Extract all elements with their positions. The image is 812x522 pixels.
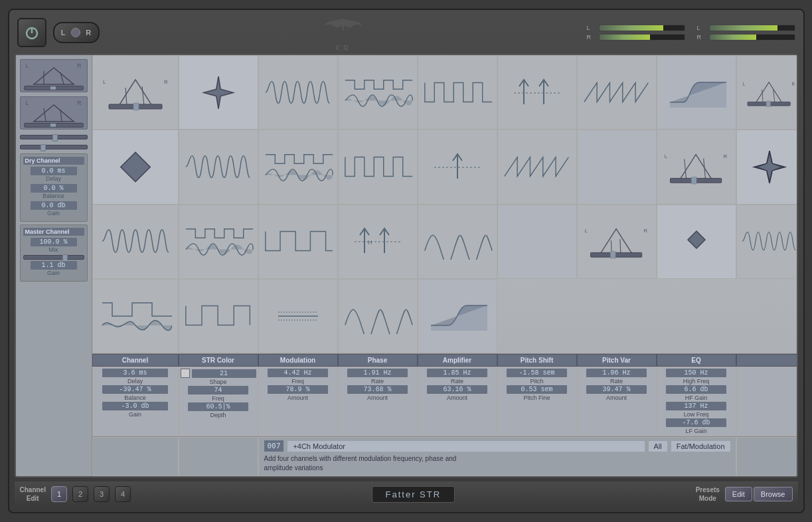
param-empty xyxy=(736,367,798,436)
mod-amount-label: Amount xyxy=(287,394,308,401)
grid-phase-r2 xyxy=(258,130,338,204)
eq-lfgain-label: LF Gain xyxy=(685,428,706,434)
pitchvar-amount[interactable]: 39.47 % xyxy=(586,385,647,394)
bottom-bar: Channel Edit 1 2 3 4 Fatter STR Presets … xyxy=(15,481,798,507)
str-checkbox[interactable] xyxy=(181,369,190,378)
grid-pitchshift-r2 xyxy=(418,130,497,204)
param-modulation: 4.42 Hz Freq 78.9 % Amount xyxy=(258,367,338,436)
col-header-modulation: Modulation xyxy=(258,354,338,367)
grid-eq-r2 xyxy=(577,130,657,204)
str-depth[interactable]: 60.5|% xyxy=(188,402,248,411)
balance-value[interactable]: 0.0 % xyxy=(31,184,77,193)
phase-amount[interactable]: 73.68 % xyxy=(347,385,408,394)
meter-l2-fill xyxy=(710,25,777,31)
mix-value[interactable]: 100.0 % xyxy=(31,238,77,246)
delay-row: 0.0 ms Delay xyxy=(23,167,84,182)
meter-l-fill xyxy=(600,25,663,31)
grid-eq-r3 xyxy=(497,205,577,279)
channel-btn-2[interactable]: 2 xyxy=(72,486,88,502)
pitchvar-rate[interactable]: 1.06 Hz xyxy=(586,369,647,377)
grid-pitchvar-r3 xyxy=(418,205,497,279)
col-header-strcolor: STR Color xyxy=(179,354,258,367)
phase-amount-label: Amount xyxy=(367,394,388,401)
grid-phase-r4 xyxy=(92,279,179,353)
mod-freq-label: Freq xyxy=(291,378,304,385)
channel-btn-4[interactable]: 4 xyxy=(115,486,131,502)
param-pitchvar: 1.06 Hz Rate 39.47 % Amount xyxy=(577,367,657,436)
channel-gain-label: Gain xyxy=(129,411,141,418)
eq-highfreq-label: High Freq xyxy=(683,378,710,385)
pitch-fine[interactable]: 0.53 sem xyxy=(507,385,567,394)
grid-mod-r2 xyxy=(179,130,258,204)
amp-rate[interactable]: 1.85 Hz xyxy=(427,369,487,377)
grid-pitchvar-r2 xyxy=(497,130,577,204)
edit-button[interactable]: Edit xyxy=(725,487,752,501)
preset-description: Add four channels with different modulat… xyxy=(264,454,730,473)
eq-highfreq[interactable]: 150 Hz xyxy=(666,369,726,377)
channel-btn-1[interactable]: 1 xyxy=(51,486,67,502)
str-freq[interactable]: 74 xyxy=(188,386,248,394)
eq-hfgain[interactable]: 6.6 db xyxy=(666,385,726,394)
gain-value[interactable]: 0.0 db xyxy=(31,201,77,210)
grid-pitchvar-r4 xyxy=(338,279,418,353)
r-label: R xyxy=(86,29,91,37)
svg-rect-14 xyxy=(133,103,139,110)
phase-rate[interactable]: 1.91 Hz xyxy=(347,369,408,377)
col-header-phase: Phase xyxy=(338,354,418,367)
grid-eq-r1 xyxy=(657,55,736,130)
meter-r2-bar xyxy=(709,34,795,41)
grid-pitchshift-r4 xyxy=(258,279,338,353)
balance-row: 0.0 % Balance xyxy=(23,184,84,199)
str-shape[interactable]: 21 xyxy=(192,369,256,378)
channel-delay[interactable]: 3.6 ms xyxy=(102,369,168,377)
grid-pitchshift-r1 xyxy=(497,55,577,130)
browse-button[interactable]: Browse xyxy=(754,487,793,501)
mix-row: 100.0 % Mix xyxy=(23,238,84,253)
channel-btn-3[interactable]: 3 xyxy=(94,486,110,502)
mod-freq[interactable]: 4.42 Hz xyxy=(268,369,328,377)
lr-switch[interactable]: L R xyxy=(53,22,100,43)
meter-l-label: L xyxy=(587,25,596,31)
svg-text:R: R xyxy=(164,79,168,85)
power-button[interactable] xyxy=(17,18,46,47)
eq-lfgain[interactable]: -7.6 db xyxy=(666,418,726,427)
svg-marker-38 xyxy=(600,229,632,254)
grid-amp-r4 xyxy=(179,279,258,353)
delay-label: Delay xyxy=(46,175,61,182)
svg-marker-5 xyxy=(34,105,74,122)
svg-line-6 xyxy=(44,108,46,122)
gain-label: Gain xyxy=(47,210,60,217)
balance-label: Balance xyxy=(42,193,64,199)
svg-text:R: R xyxy=(792,81,795,86)
dry-channel-header: Dry Channel xyxy=(23,157,84,165)
meter-l-bar xyxy=(599,25,685,31)
svg-text:L: L xyxy=(743,81,746,86)
pitchvar-rate-label: Rate xyxy=(610,378,623,385)
mod-amount[interactable]: 78.9 % xyxy=(268,385,328,394)
preset-info-cell: 007 +4Ch Modulator All Fat/Modulation Ad… xyxy=(258,437,736,476)
channel-edit-label: Channel Edit xyxy=(20,485,46,503)
svg-text:L: L xyxy=(585,228,588,234)
eq-lowfreq[interactable]: 137 Hz xyxy=(666,402,726,410)
channel-gain[interactable]: -3.0 db xyxy=(102,402,168,410)
col-header-eq: EQ xyxy=(657,354,736,367)
str-shape-label: Shape xyxy=(209,379,226,385)
preset-number: 007 xyxy=(264,440,284,452)
meter-l2-label: L xyxy=(697,25,706,31)
svg-line-10 xyxy=(142,86,144,106)
master-gain-value[interactable]: 1.1 db xyxy=(31,261,77,270)
left-panel: LR LR xyxy=(16,55,92,476)
amp-amount[interactable]: 63.16 % xyxy=(427,385,487,394)
grid-pitchshift-r3: H xyxy=(338,205,418,279)
svg-marker-8 xyxy=(119,80,152,106)
channel-balance-label: Balance xyxy=(124,394,146,401)
mix-label: Mix xyxy=(49,246,58,253)
amp-rate-label: Rate xyxy=(451,378,463,385)
pitch-pitch[interactable]: -1.58 sem xyxy=(507,369,567,377)
preset-preset2: Fat/Modulation xyxy=(671,441,730,452)
edit-browse-buttons: Edit Browse xyxy=(725,487,793,501)
grid-ch-viz-r4c1: L R xyxy=(577,205,657,279)
delay-value[interactable]: 0.0 ms xyxy=(31,167,77,175)
channel-balance[interactable]: -39.47 % xyxy=(102,385,168,394)
big-star-shape xyxy=(743,149,796,185)
